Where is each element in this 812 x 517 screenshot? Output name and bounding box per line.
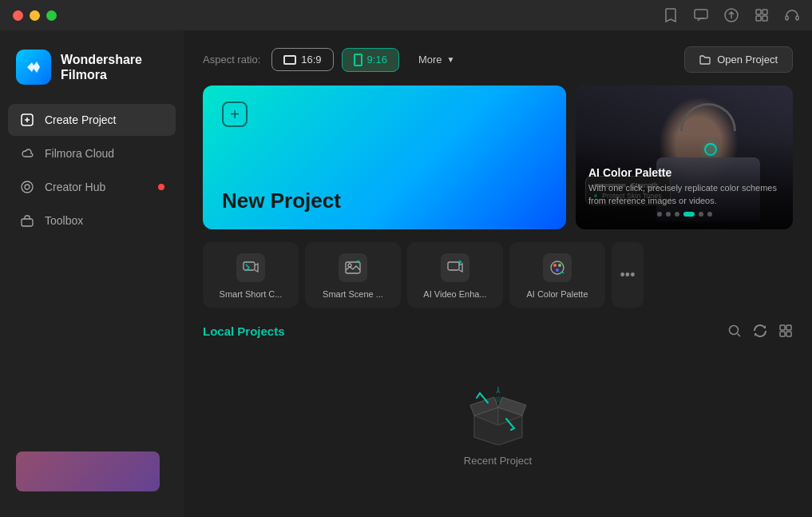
toolbar: Aspect ratio: 16:9 9:16 More ▼ Op xyxy=(203,46,793,73)
tool-ai-video-enhance[interactable]: AI Video Enha... xyxy=(407,242,503,308)
svg-rect-12 xyxy=(244,262,255,270)
carousel-dot-4[interactable] xyxy=(683,212,695,217)
svg-point-19 xyxy=(556,268,559,272)
app-logo-icon xyxy=(16,50,51,85)
ai-feature-info: AI Color Palette With one click, precise… xyxy=(576,134,793,229)
svg-point-9 xyxy=(22,181,33,193)
ai-feature-title: AI Color Palette xyxy=(588,166,780,179)
open-project-label: Open Project xyxy=(717,54,778,66)
creator-hub-icon xyxy=(19,179,35,195)
svg-rect-0 xyxy=(695,10,707,18)
empty-box-icon xyxy=(462,385,534,445)
maximize-button[interactable] xyxy=(46,10,57,21)
svg-rect-22 xyxy=(786,325,791,330)
portrait-icon xyxy=(354,54,362,66)
svg-rect-2 xyxy=(756,10,761,14)
carousel-dots xyxy=(588,212,780,217)
sidebar-item-create-project[interactable]: Create Project xyxy=(8,104,176,136)
smart-short-clip-icon xyxy=(236,253,265,282)
sidebar-item-creator-hub[interactable]: Creator Hub xyxy=(8,171,176,203)
headphone-icon[interactable] xyxy=(785,8,799,22)
smart-scene-label: Smart Scene ... xyxy=(323,288,383,300)
svg-rect-23 xyxy=(780,332,785,336)
ai-feature-description: With one click, precisely replicate colo… xyxy=(588,182,780,207)
ai-color-palette-label: AI Color Palette xyxy=(526,288,588,300)
local-projects-header: Local Projects xyxy=(203,324,793,338)
app-logo-text: Wondershare Filmora xyxy=(61,52,142,82)
carousel-dot-1[interactable] xyxy=(657,212,662,217)
sidebar-item-filmora-cloud[interactable]: Filmora Cloud xyxy=(8,137,176,169)
aspect-9-16-button[interactable]: 9:16 xyxy=(342,48,399,72)
grid-view-icon[interactable] xyxy=(778,324,793,338)
creator-hub-label: Creator Hub xyxy=(45,181,105,193)
aspect-ratio-group: Aspect ratio: 16:9 9:16 More ▼ xyxy=(203,48,465,72)
svg-point-20 xyxy=(730,326,739,335)
carousel-dot-2[interactable] xyxy=(666,212,671,217)
svg-point-10 xyxy=(25,185,30,189)
svg-rect-21 xyxy=(780,325,785,330)
creator-hub-badge xyxy=(158,184,164,190)
upload-icon[interactable] xyxy=(724,8,739,22)
aspect-ratio-label: Aspect ratio: xyxy=(203,54,260,66)
smart-scene-icon xyxy=(339,253,367,282)
new-project-label: New Project xyxy=(222,189,341,213)
local-projects-title: Local Projects xyxy=(203,324,285,338)
svg-point-25 xyxy=(495,396,501,403)
more-button[interactable]: More ▼ xyxy=(407,49,466,70)
aspect-16-9-button[interactable]: 16:9 xyxy=(271,48,333,71)
user-avatar[interactable] xyxy=(16,451,160,491)
landscape-icon xyxy=(283,55,296,65)
svg-rect-3 xyxy=(762,10,767,14)
title-bar xyxy=(0,0,812,30)
svg-point-17 xyxy=(553,264,557,267)
filmora-cloud-icon xyxy=(19,145,35,161)
tools-more-button[interactable]: ••• xyxy=(612,242,644,308)
bookmark-icon[interactable] xyxy=(663,8,678,22)
close-button[interactable] xyxy=(13,10,23,21)
refresh-projects-icon[interactable] xyxy=(753,324,767,338)
minimize-button[interactable] xyxy=(30,10,40,21)
grid-icon[interactable] xyxy=(755,8,769,22)
svg-rect-7 xyxy=(796,16,798,20)
svg-rect-4 xyxy=(756,16,761,21)
carousel-dot-3[interactable] xyxy=(675,212,679,217)
svg-rect-15 xyxy=(448,262,459,270)
search-projects-icon[interactable] xyxy=(727,324,742,338)
sidebar-item-toolbox[interactable]: Toolbox xyxy=(8,205,176,237)
empty-state-label: Recent Project xyxy=(464,455,532,467)
sidebar: Wondershare Filmora Create Project xyxy=(0,30,184,517)
svg-rect-24 xyxy=(786,332,791,336)
smart-short-clip-label: Smart Short C... xyxy=(220,288,283,300)
open-project-button[interactable]: Open Project xyxy=(684,46,793,73)
svg-rect-6 xyxy=(786,16,788,20)
new-project-plus-icon: + xyxy=(222,101,248,127)
aspect-9-16-label: 9:16 xyxy=(367,54,387,66)
ai-video-enhance-icon xyxy=(441,253,469,282)
sidebar-logo: Wondershare Filmora xyxy=(0,43,184,104)
tool-smart-scene[interactable]: Smart Scene ... xyxy=(305,242,401,308)
tools-more-icon: ••• xyxy=(620,267,636,284)
tool-ai-color-palette[interactable]: AI Color Palette xyxy=(509,242,605,308)
logo-title-line1: Wondershare xyxy=(61,52,142,67)
aspect-16-9-label: 16:9 xyxy=(301,54,321,66)
carousel-dot-6[interactable] xyxy=(707,212,712,217)
tools-row: Smart Short C... Smart Scene ... xyxy=(203,242,793,308)
new-project-card[interactable]: + New Project xyxy=(203,86,566,229)
carousel-dot-5[interactable] xyxy=(699,212,703,217)
tool-smart-short-clip[interactable]: Smart Short C... xyxy=(203,242,299,308)
ai-video-enhance-label: AI Video Enha... xyxy=(423,288,486,300)
title-bar-icons xyxy=(663,8,799,22)
app-body: Wondershare Filmora Create Project xyxy=(0,30,812,517)
sidebar-bottom xyxy=(0,439,184,504)
window-controls[interactable] xyxy=(13,10,57,21)
chat-icon[interactable] xyxy=(694,8,708,22)
more-label: More xyxy=(418,54,442,66)
logo-title-line2: Filmora xyxy=(61,67,142,82)
toolbox-icon xyxy=(19,213,35,229)
svg-rect-11 xyxy=(22,219,33,226)
ai-color-palette-icon xyxy=(543,253,572,282)
toolbox-label: Toolbox xyxy=(45,214,83,227)
svg-point-18 xyxy=(558,264,561,267)
ai-feature-card[interactable]: Strength Protect Skin Tones AI Color Pal… xyxy=(576,86,793,229)
folder-icon xyxy=(699,54,711,66)
